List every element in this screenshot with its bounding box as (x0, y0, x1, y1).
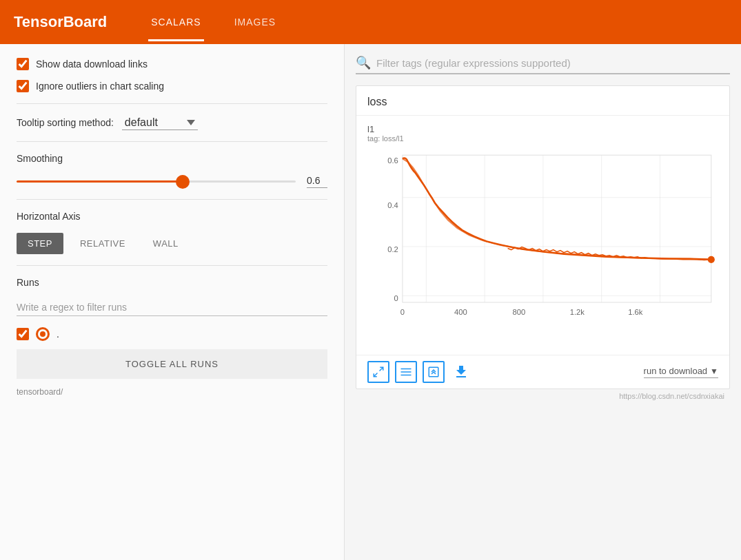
svg-text:1.2k: 1.2k (570, 308, 585, 316)
chart-title: loss (356, 86, 729, 116)
footer-path: tensorboard/ (17, 387, 327, 397)
search-icon: 🔍 (356, 55, 371, 70)
show-download-links-label: Show data download links (36, 59, 148, 70)
expand-button[interactable] (367, 361, 389, 383)
svg-rect-15 (401, 371, 412, 373)
svg-text:0.6: 0.6 (387, 156, 398, 165)
svg-rect-0 (403, 155, 711, 302)
horizontal-axis-section: Horizontal Axis STEP RELATIVE WALL (17, 211, 327, 254)
svg-text:800: 800 (513, 308, 526, 316)
horizontal-axis-title: Horizontal Axis (17, 211, 327, 222)
watermark: https://blog.csdn.net/csdnxiakai (356, 389, 730, 403)
smoothing-value: 0.6 (307, 175, 327, 188)
smoothing-slider[interactable] (17, 180, 296, 183)
svg-text:1.6k: 1.6k (628, 308, 643, 316)
sidebar: Show data download links Ignore outliers… (0, 44, 345, 560)
svg-text:0.4: 0.4 (387, 201, 398, 209)
smoothing-slider-row: 0.6 (17, 175, 327, 188)
run-to-download-label: run to download (644, 366, 708, 376)
run-name: . (57, 329, 59, 340)
axis-buttons-group: STEP RELATIVE WALL (17, 233, 327, 254)
runs-section: Runs . TOGGLE ALL RUNS tensorboard/ (17, 277, 327, 397)
divider-4 (17, 265, 327, 266)
tag-filter-input[interactable] (376, 57, 730, 69)
svg-text:400: 400 (454, 308, 467, 316)
divider-3 (17, 199, 327, 200)
tooltip-sorting-label: Tooltip sorting method: (17, 117, 114, 128)
ignore-outliers-checkbox[interactable] (17, 80, 29, 92)
loss-chart-svg: 0.6 0.4 0.2 0 0 400 800 1.2k 1.6k (367, 148, 718, 344)
axis-relative-button[interactable]: RELATIVE (69, 233, 136, 254)
chart-svg-container: 0.6 0.4 0.2 0 0 400 800 1.2k 1.6k (367, 148, 718, 346)
nav-images[interactable]: IMAGES (232, 3, 278, 41)
runs-filter-input[interactable] (17, 299, 327, 316)
smoothing-title: Smoothing (17, 153, 327, 164)
main-layout: Show data download links Ignore outliers… (0, 44, 741, 560)
ignore-outliers-label: Ignore outliers in chart scaling (36, 81, 164, 92)
smoothing-section: Smoothing 0.6 (17, 153, 327, 188)
fit-button[interactable] (423, 361, 445, 383)
show-download-links-checkbox[interactable] (17, 58, 29, 70)
main-nav: SCALARS IMAGES (148, 3, 278, 41)
header: TensorBoard SCALARS IMAGES (0, 0, 741, 44)
svg-text:0.2: 0.2 (387, 245, 398, 253)
chart-run-label: l1 (367, 124, 718, 134)
show-download-links-row: Show data download links (17, 58, 327, 70)
chart-run-tag: tag: loss/l1 (367, 134, 718, 143)
svg-line-12 (380, 367, 383, 371)
svg-rect-14 (401, 369, 412, 370)
search-bar: 🔍 (356, 55, 730, 74)
tooltip-sorting-row: Tooltip sorting method: default ascendin… (17, 115, 327, 130)
download-svg-button[interactable] (450, 361, 472, 383)
run-dot-icon (36, 327, 50, 341)
svg-rect-16 (401, 375, 412, 376)
toggle-all-runs-button[interactable]: TOGGLE ALL RUNS (17, 349, 327, 379)
svg-point-11 (708, 256, 715, 263)
loss-chart-card: loss l1 tag: loss/l1 (356, 85, 730, 389)
data-lines-button[interactable] (395, 361, 417, 383)
chart-toolbar: run to download ▼ (356, 355, 729, 388)
nav-scalars[interactable]: SCALARS (148, 3, 203, 41)
ignore-outliers-row: Ignore outliers in chart scaling (17, 80, 327, 92)
divider-2 (17, 141, 327, 142)
svg-line-13 (374, 373, 377, 377)
svg-text:0: 0 (400, 308, 405, 316)
run-to-download-selector[interactable]: run to download ▼ (644, 366, 718, 378)
app-logo: TensorBoard (14, 13, 107, 31)
main-content: 🔍 loss l1 tag: loss/l1 (345, 44, 741, 560)
axis-wall-button[interactable]: WALL (142, 233, 190, 254)
tooltip-sorting-select[interactable]: default ascending descending nearest (122, 115, 198, 130)
run-to-download-arrow-icon: ▼ (710, 366, 718, 376)
axis-step-button[interactable]: STEP (17, 233, 63, 254)
run-dot-inner (40, 331, 45, 337)
svg-text:0: 0 (394, 294, 398, 302)
run-checkbox[interactable] (17, 328, 29, 340)
runs-title: Runs (17, 277, 327, 288)
chart-inner: l1 tag: loss/l1 (356, 116, 729, 355)
divider-1 (17, 103, 327, 104)
run-item: . (17, 327, 327, 341)
